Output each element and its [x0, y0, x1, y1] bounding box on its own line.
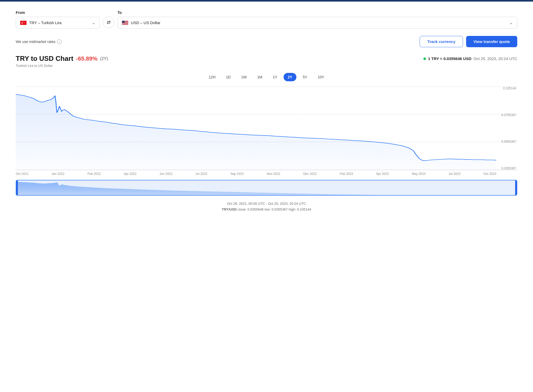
view-transfer-button[interactable]: View transfer quote	[466, 36, 517, 47]
chart-container: 0.105144 0.0755367 0.0555367 0.0355367 O…	[16, 87, 517, 176]
footer-low: 0.0355367	[271, 207, 287, 211]
usd-flag	[122, 21, 128, 25]
minimap-svg	[16, 180, 517, 196]
x-label-2: Feb 2022	[87, 172, 101, 176]
chart-footer: Oct 26, 2021, 00:00 UTC - Oct 25, 2023, …	[16, 201, 517, 212]
y-label-top: 0.105144	[496, 87, 517, 90]
svg-marker-4	[16, 94, 496, 170]
footer-high: 0.105144	[297, 207, 311, 211]
info-icon[interactable]: i	[57, 39, 62, 44]
rate-dot	[423, 57, 426, 60]
chart-plot	[16, 87, 496, 170]
tab-1w[interactable]: 1W	[237, 73, 251, 81]
footer-close: 0.0355646	[247, 207, 263, 211]
track-currency-button[interactable]: Track currency	[420, 36, 463, 47]
tab-1y[interactable]: 1Y	[269, 73, 281, 81]
x-label-6: Sep 2022	[230, 172, 244, 176]
from-chevron-icon: ⌄	[92, 20, 95, 25]
x-label-4: Jun 2022	[159, 172, 172, 176]
x-label-7: Nov 2022	[267, 172, 280, 176]
minimap-handle-left[interactable]	[16, 180, 18, 195]
x-label-13: Oct 2023	[483, 172, 496, 176]
rate-value: 1 TRY = 0.0355646 USD	[428, 56, 472, 61]
x-label-11: May 2023	[412, 172, 426, 176]
tab-1m[interactable]: 1M	[253, 73, 266, 81]
chart-xaxis: Oct 2021 Jan 2022 Feb 2022 Apr 2022 Jun …	[16, 170, 517, 176]
tab-10y[interactable]: 10Y	[313, 73, 328, 81]
svg-point-2	[22, 22, 24, 24]
x-label-5: Jul 2022	[195, 172, 207, 176]
tab-1d[interactable]: 1D	[222, 73, 235, 81]
minimap-handle-right[interactable]	[515, 180, 517, 195]
tab-5y[interactable]: 5Y	[299, 73, 311, 81]
try-flag	[20, 21, 26, 25]
svg-marker-5	[16, 182, 517, 196]
chart-change: -65.89%	[76, 55, 98, 62]
tab-2y[interactable]: 2Y	[284, 73, 296, 81]
to-label: To	[118, 10, 517, 15]
chart-title: TRY to USD Chart -65.89% (2Y)	[16, 55, 108, 63]
y-label-bottom: 0.0355367	[496, 167, 517, 170]
current-rate: 1 TRY = 0.0355646 USD Oct 25, 2023, 20:2…	[423, 56, 517, 61]
chart-yaxis: 0.105144 0.0755367 0.0555367 0.0355367	[496, 87, 517, 170]
minimap[interactable]	[16, 180, 517, 196]
chart-area: 0.105144 0.0755367 0.0555367 0.0355367	[16, 87, 517, 170]
y-label-mid1: 0.0755367	[496, 113, 517, 117]
footer-stats: TRY/USD close: 0.0355646 low: 0.0355367 …	[16, 207, 517, 212]
from-label: From	[16, 10, 100, 15]
tab-12h[interactable]: 12H	[205, 73, 220, 81]
chart-svg	[16, 87, 496, 170]
rate-date: Oct 25, 2023, 20:24 UTC	[473, 56, 517, 61]
x-label-8: Dec 2022	[303, 172, 317, 176]
midmarket-text: We use midmarket rates i	[16, 39, 62, 44]
x-label-1: Jan 2022	[51, 172, 64, 176]
time-tabs: 12H 1D 1W 1M 1Y 2Y 5Y 10Y	[16, 73, 517, 81]
chart-period: (2Y)	[100, 56, 108, 61]
x-label-3: Apr 2022	[124, 172, 137, 176]
to-currency-name: USD – US Dollar	[131, 20, 507, 25]
from-currency-name: TRY – Turkish Lira	[29, 20, 89, 25]
chart-subtitle: Turkish Lira to US Dollar	[16, 64, 517, 68]
x-label-9: Feb 2023	[340, 172, 353, 176]
x-label-12: Jul 2023	[449, 172, 460, 176]
swap-button[interactable]: ⇄	[103, 17, 114, 28]
to-chevron-icon: ⌄	[509, 20, 513, 25]
x-label-0: Oct 2021	[16, 172, 29, 176]
footer-range: Oct 26, 2021, 00:00 UTC - Oct 25, 2023, …	[16, 201, 517, 207]
to-currency-select[interactable]: USD – US Dollar ⌄	[118, 17, 517, 29]
from-currency-select[interactable]: TRY – Turkish Lira ⌄	[16, 17, 100, 29]
x-label-10: Apr 2023	[376, 172, 389, 176]
